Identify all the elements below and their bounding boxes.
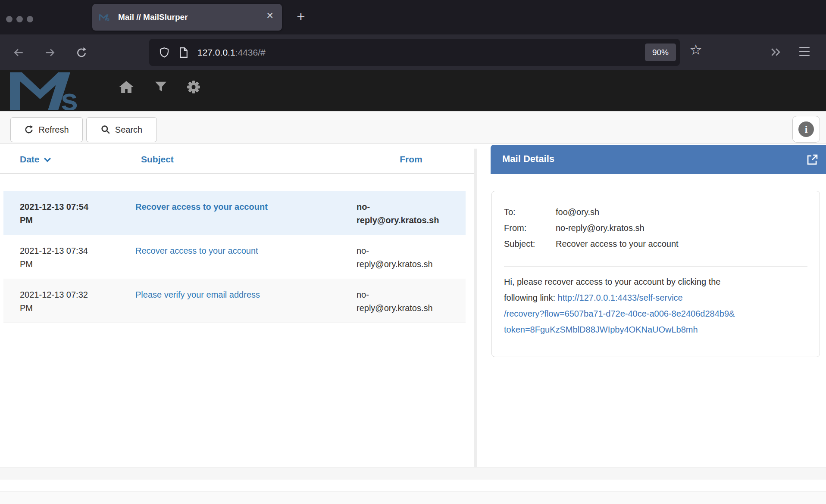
tab-strip: Mail // MailSlurper × + (0, 0, 826, 34)
mail-subject-link[interactable]: Please verify your email address (135, 288, 357, 317)
external-link-icon[interactable] (807, 154, 818, 165)
mail-from: no-reply@ory.kratos.sh (357, 288, 466, 317)
search-button[interactable]: Search (86, 117, 157, 142)
mail-details-title: Mail Details (502, 153, 554, 164)
url-bar[interactable]: 127.0.0.1:4436/# 90% ☆ (149, 39, 680, 66)
overflow-chevrons-icon[interactable] (771, 48, 780, 56)
shield-icon[interactable] (160, 47, 169, 58)
tab-title: Mail // MailSlurper (118, 12, 188, 22)
menu-icon[interactable] (799, 47, 810, 56)
mail-row[interactable]: 2021-12-13 07:34PM Recover access to you… (3, 235, 466, 279)
refresh-icon (24, 125, 34, 134)
from-value: no-reply@ory.kratos.sh (556, 220, 645, 236)
new-tab-button[interactable]: + (294, 9, 307, 25)
zoom-level-badge[interactable]: 90% (645, 44, 676, 61)
mail-subject-link[interactable]: Recover access to your account (135, 200, 357, 229)
app-navbar (0, 70, 826, 111)
page-info-icon[interactable] (179, 47, 188, 58)
column-header-from[interactable]: From (357, 154, 466, 173)
mail-body-text: Hi, please recover access to your accoun… (504, 274, 807, 290)
mail-row[interactable]: 2021-12-13 07:54PM Recover access to you… (3, 191, 466, 235)
refresh-label: Refresh (38, 125, 69, 135)
browser-toolbar: 127.0.0.1:4436/# 90% ☆ (0, 34, 826, 70)
to-label: To: (504, 204, 556, 220)
footer-band (0, 467, 826, 479)
subject-value: Recover access to your account (556, 236, 679, 252)
search-icon (101, 125, 110, 134)
url-rest: :4436/# (235, 47, 266, 57)
refresh-button[interactable]: Refresh (10, 117, 83, 142)
mail-date: 2021-12-13 07:54PM (20, 200, 135, 229)
column-header-subject[interactable]: Subject (135, 154, 357, 173)
sort-chevron-down-icon (44, 157, 51, 162)
mail-body: Hi, please recover access to your accoun… (504, 274, 807, 338)
search-label: Search (115, 125, 142, 135)
mail-details-card: To:foo@ory.sh From:no-reply@ory.kratos.s… (491, 191, 820, 357)
url-text[interactable]: 127.0.0.1:4436/# (197, 47, 266, 58)
horizontal-scrollbar-track[interactable] (0, 492, 826, 504)
from-label: From: (504, 220, 556, 236)
mail-from: no-reply@ory.kratos.sh (357, 200, 466, 229)
panel-divider (474, 149, 477, 467)
mail-date: 2021-12-13 07:32PM (20, 288, 135, 317)
divider (504, 266, 807, 267)
mail-body-text: following link: (504, 293, 558, 302)
mail-from: no-reply@ory.kratos.sh (357, 244, 466, 273)
mail-details-header: Mail Details (491, 145, 826, 174)
mailslurper-logo (10, 72, 96, 110)
page-content: Refresh Search i Date Subject From 2021-… (0, 111, 826, 467)
mail-subject-link[interactable]: Recover access to your account (135, 244, 357, 273)
mailslurper-favicon-icon (99, 14, 113, 21)
back-icon[interactable] (13, 47, 24, 58)
action-strip: Refresh Search i (0, 111, 826, 144)
window-dot-icon[interactable] (6, 16, 13, 22)
window-controls[interactable] (6, 16, 33, 22)
mail-list-header: Date Subject From (0, 144, 476, 174)
bookmark-star-icon[interactable]: ☆ (688, 41, 704, 58)
mail-date: 2021-12-13 07:34PM (20, 244, 135, 273)
subject-label: Subject: (504, 236, 556, 252)
mail-row[interactable]: 2021-12-13 07:32PM Please verify your em… (3, 279, 466, 323)
reload-icon[interactable] (76, 47, 87, 58)
info-button[interactable]: i (792, 116, 820, 143)
to-value: foo@ory.sh (556, 204, 599, 220)
browser-window: s Mail // MailSlurper × + 127.0.0.1:4436… (0, 0, 826, 504)
filter-icon[interactable] (155, 81, 166, 92)
window-dot-icon[interactable] (16, 16, 23, 22)
settings-gear-icon[interactable] (187, 80, 200, 94)
mail-list: 2021-12-13 07:54PM Recover access to you… (3, 191, 466, 323)
url-host: 127.0.0.1 (197, 47, 235, 57)
browser-tab[interactable]: Mail // MailSlurper × (92, 4, 282, 31)
home-icon[interactable] (119, 81, 134, 93)
info-icon: i (798, 121, 814, 137)
window-dot-icon[interactable] (27, 16, 33, 22)
column-header-date[interactable]: Date (20, 154, 135, 173)
tab-close-icon[interactable]: × (266, 10, 273, 22)
forward-icon[interactable] (44, 47, 56, 58)
page-bottom-band (0, 479, 826, 492)
